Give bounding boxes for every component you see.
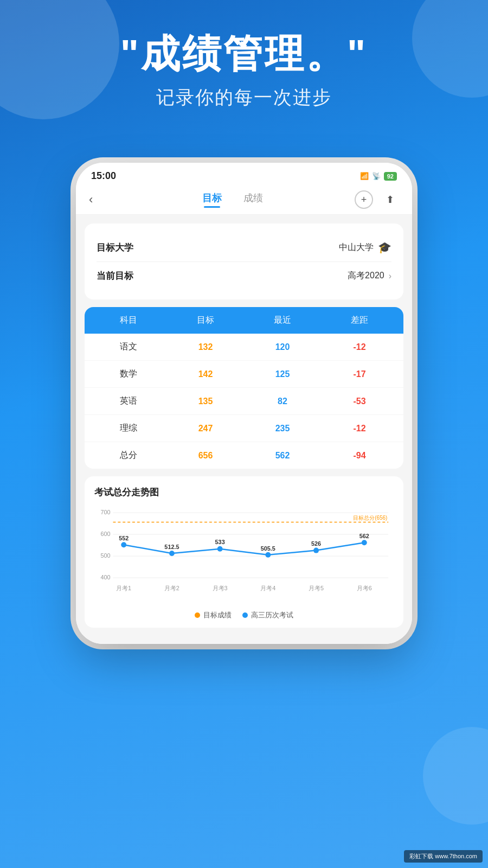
university-row: 目标大学 中山大学 🎓	[97, 233, 391, 262]
add-button[interactable]: +	[355, 190, 373, 209]
svg-text:526: 526	[311, 540, 321, 547]
tab-target[interactable]: 目标	[202, 192, 222, 208]
svg-point-14	[313, 548, 319, 553]
cell-diff: -12	[321, 342, 398, 352]
svg-text:月考3: 月考3	[213, 585, 228, 591]
chart-title: 考试总分走势图	[94, 486, 394, 499]
nav-actions: + ⬆	[355, 190, 399, 209]
svg-text:600: 600	[100, 531, 110, 537]
battery-icon: 92	[384, 172, 397, 181]
cell-target: 142	[167, 369, 244, 379]
col-recent: 最近	[244, 315, 321, 326]
university-text: 中山大学	[339, 242, 374, 253]
legend-target-label: 目标成绩	[203, 610, 232, 620]
cell-recent: 562	[244, 451, 321, 461]
wifi-icon: 📡	[372, 172, 381, 180]
col-subject: 科目	[90, 315, 167, 326]
cell-recent: 120	[244, 342, 321, 352]
cell-target: 247	[167, 424, 244, 433]
svg-point-13	[265, 552, 271, 558]
svg-text:700: 700	[100, 509, 110, 515]
svg-text:月考2: 月考2	[164, 585, 179, 591]
svg-text:512.5: 512.5	[164, 544, 179, 550]
share-button[interactable]: ⬆	[381, 190, 399, 209]
status-icons: 📶 📡 92	[360, 172, 397, 181]
svg-text:目标总分(656): 目标总分(656)	[353, 515, 387, 521]
cell-diff: -12	[321, 424, 398, 433]
svg-text:533: 533	[215, 539, 225, 545]
col-diff: 差距	[321, 315, 398, 326]
goal-label: 当前目标	[97, 270, 133, 282]
app-title: "成绩管理。"	[0, 33, 488, 75]
svg-text:400: 400	[100, 574, 110, 580]
watermark: 彩虹下载 www.7thon.com	[404, 850, 483, 863]
nav-tabs: 目标 成绩	[111, 192, 355, 208]
svg-text:505.5: 505.5	[261, 545, 275, 552]
chevron-right-icon: ›	[389, 271, 391, 281]
cell-subject: 语文	[90, 341, 167, 353]
cell-diff: -17	[321, 369, 398, 379]
legend-target: 目标成绩	[195, 610, 232, 620]
status-bar: 15:00 📶 📡 92	[76, 163, 412, 185]
svg-point-11	[169, 551, 175, 556]
legend-history-label: 高三历次考试	[251, 610, 293, 620]
info-card: 目标大学 中山大学 🎓 当前目标 高考2020 ›	[85, 224, 403, 299]
col-target: 目标	[167, 315, 244, 326]
chart-svg: 700 600 500 400 目标总分(656)	[94, 506, 394, 604]
svg-text:月考6: 月考6	[357, 585, 372, 591]
cell-target: 132	[167, 342, 244, 352]
chart-legend: 目标成绩 高三历次考试	[94, 610, 394, 620]
goal-row[interactable]: 当前目标 高考2020 ›	[97, 262, 391, 290]
back-button[interactable]: ‹	[89, 193, 111, 207]
svg-text:月考1: 月考1	[116, 585, 131, 591]
cell-target: 135	[167, 397, 244, 406]
legend-history: 高三历次考试	[242, 610, 293, 620]
cell-diff: -53	[321, 397, 398, 406]
graduation-icon: 🎓	[378, 241, 391, 254]
svg-text:552: 552	[119, 535, 129, 541]
legend-history-dot	[242, 612, 248, 618]
cell-diff: -94	[321, 451, 398, 461]
goal-text: 高考2020	[348, 270, 384, 282]
phone-mockup: 15:00 📶 📡 92 ‹ 目标 成绩 + ⬆ 目标大	[76, 163, 412, 644]
table-header: 科目 目标 最近 差距	[85, 307, 403, 334]
score-table: 科目 目标 最近 差距 语文 132 120 -12 数学 142 125 -1…	[85, 307, 403, 469]
svg-text:500: 500	[100, 552, 110, 559]
svg-text:月考4: 月考4	[260, 585, 275, 591]
cell-recent: 125	[244, 369, 321, 379]
svg-text:月考5: 月考5	[309, 585, 324, 591]
svg-point-15	[362, 540, 367, 545]
legend-target-dot	[195, 612, 200, 618]
svg-text:562: 562	[359, 533, 369, 539]
status-time: 15:00	[91, 170, 116, 182]
svg-point-10	[121, 542, 126, 547]
table-row: 理综 247 235 -12	[85, 415, 403, 442]
cell-target: 656	[167, 451, 244, 461]
cell-recent: 82	[244, 397, 321, 406]
app-subtitle: 记录你的每一次进步	[0, 85, 488, 110]
tab-score[interactable]: 成绩	[243, 192, 263, 208]
cell-subject: 总分	[90, 450, 167, 461]
university-value: 中山大学 🎓	[339, 241, 391, 254]
table-row: 语文 132 120 -12	[85, 334, 403, 361]
goal-value: 高考2020 ›	[348, 270, 391, 282]
table-row: 数学 142 125 -17	[85, 361, 403, 388]
table-row: 总分 656 562 -94	[85, 442, 403, 469]
svg-point-12	[217, 546, 223, 552]
main-content: 目标大学 中山大学 🎓 当前目标 高考2020 › 科目	[76, 215, 412, 644]
cell-recent: 235	[244, 424, 321, 433]
cell-subject: 数学	[90, 368, 167, 380]
table-body: 语文 132 120 -12 数学 142 125 -17 英语 135 82 …	[85, 334, 403, 469]
table-row: 英语 135 82 -53	[85, 388, 403, 415]
signal-icon: 📶	[360, 172, 369, 180]
nav-bar: ‹ 目标 成绩 + ⬆	[76, 185, 412, 215]
chart-card: 考试总分走势图 700 600 500 400	[85, 476, 403, 628]
watermark-text: 彩虹下载 www.7thon.com	[404, 850, 483, 863]
university-label: 目标大学	[97, 241, 133, 254]
cell-subject: 理综	[90, 423, 167, 434]
chart-area: 700 600 500 400 目标总分(656)	[94, 506, 394, 604]
cell-subject: 英语	[90, 395, 167, 407]
